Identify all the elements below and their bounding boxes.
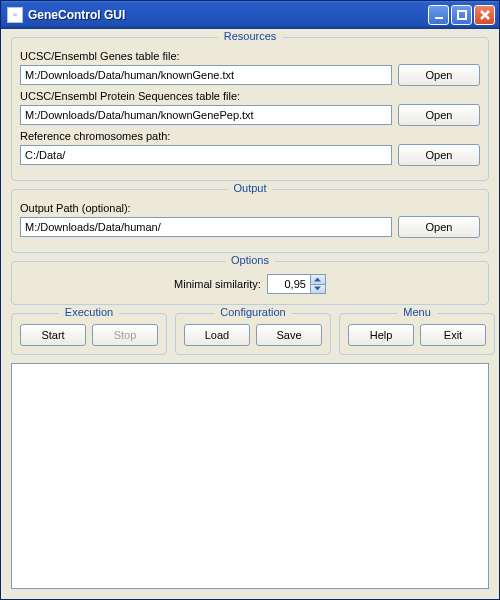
execution-title: Execution [59, 306, 119, 318]
maximize-icon [457, 10, 467, 20]
button-panels: Execution Start Stop Configuration Load … [11, 313, 489, 355]
output-title: Output [227, 182, 272, 194]
output-open-button[interactable]: Open [398, 216, 480, 238]
svg-marker-4 [314, 277, 321, 281]
proteins-open-button[interactable]: Open [398, 104, 480, 126]
similarity-label: Minimal similarity: [174, 278, 261, 290]
resources-group: Resources UCSC/Ensembl Genes table file:… [11, 37, 489, 181]
output-path-input[interactable] [20, 217, 392, 237]
app-icon: ▫ [7, 7, 23, 23]
chromosomes-path-label: Reference chromosomes path: [20, 130, 480, 142]
chromosomes-path-input[interactable] [20, 145, 392, 165]
similarity-input[interactable] [268, 275, 310, 293]
svg-marker-5 [314, 287, 321, 291]
chevron-up-icon [314, 277, 321, 282]
help-button[interactable]: Help [348, 324, 414, 346]
minimize-button[interactable] [428, 5, 449, 25]
log-output-area[interactable] [11, 363, 489, 589]
minimize-icon [434, 10, 444, 20]
close-icon [480, 10, 490, 20]
stop-button: Stop [92, 324, 158, 346]
application-window: ▫ GeneControl GUI Resources UCSC/Ensembl… [0, 0, 500, 600]
similarity-spinner[interactable] [267, 274, 326, 294]
save-button[interactable]: Save [256, 324, 322, 346]
menu-title: Menu [397, 306, 437, 318]
resources-title: Resources [218, 30, 283, 42]
proteins-file-input[interactable] [20, 105, 392, 125]
options-group: Options Minimal similarity: [11, 261, 489, 305]
genes-open-button[interactable]: Open [398, 64, 480, 86]
maximize-button[interactable] [451, 5, 472, 25]
chevron-down-icon [314, 286, 321, 291]
close-button[interactable] [474, 5, 495, 25]
configuration-title: Configuration [214, 306, 291, 318]
menu-group: Menu Help Exit [339, 313, 495, 355]
genes-file-label: UCSC/Ensembl Genes table file: [20, 50, 480, 62]
window-title: GeneControl GUI [28, 8, 428, 22]
genes-file-input[interactable] [20, 65, 392, 85]
svg-rect-1 [458, 11, 466, 19]
output-path-label: Output Path (optional): [20, 202, 480, 214]
similarity-step-up[interactable] [311, 275, 325, 285]
start-button[interactable]: Start [20, 324, 86, 346]
load-button[interactable]: Load [184, 324, 250, 346]
exit-button[interactable]: Exit [420, 324, 486, 346]
proteins-file-label: UCSC/Ensembl Protein Sequences table fil… [20, 90, 480, 102]
execution-group: Execution Start Stop [11, 313, 167, 355]
titlebar: ▫ GeneControl GUI [1, 1, 499, 29]
options-title: Options [225, 254, 275, 266]
output-group: Output Output Path (optional): Open [11, 189, 489, 253]
configuration-group: Configuration Load Save [175, 313, 331, 355]
window-buttons [428, 5, 495, 25]
client-area: Resources UCSC/Ensembl Genes table file:… [1, 29, 499, 599]
chromosomes-open-button[interactable]: Open [398, 144, 480, 166]
similarity-step-down[interactable] [311, 285, 325, 294]
